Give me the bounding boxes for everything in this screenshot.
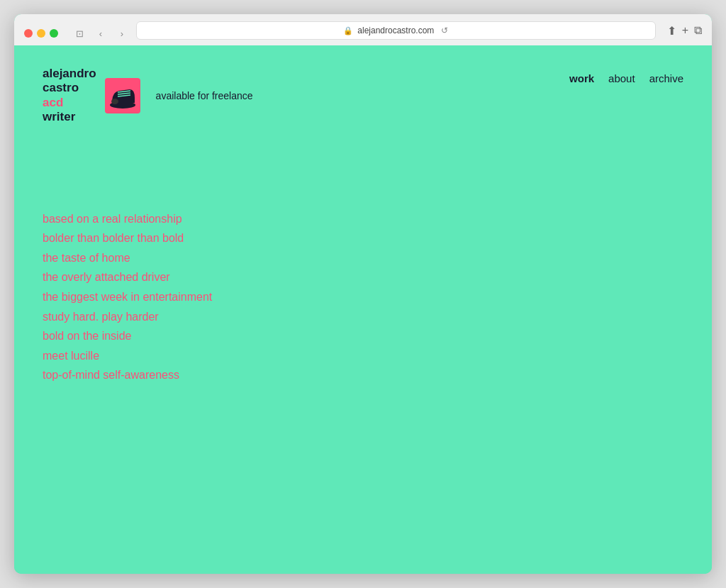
browser-controls: ⊡ ‹ › bbox=[71, 26, 130, 40]
tabs-button[interactable]: ⧉ bbox=[694, 24, 702, 38]
browser-window: ⊡ ‹ › 🔒 alejandrocastro.com ↺ ⬆ + ⧉ bbox=[14, 14, 712, 574]
site-header: alejandro castro acd writer bbox=[43, 67, 683, 125]
svg-point-2 bbox=[111, 99, 118, 104]
work-item-3[interactable]: the overly attached driver bbox=[43, 268, 683, 287]
work-item-2[interactable]: the taste of home bbox=[43, 249, 683, 267]
work-item-8[interactable]: top-of-mind self-awareness bbox=[43, 366, 683, 384]
logo-writer-line4: writer bbox=[43, 110, 96, 124]
logo-name-line2: castro bbox=[43, 81, 96, 95]
work-list: based on a real relationshipbolder than … bbox=[43, 210, 683, 384]
url-text: alejandrocastro.com bbox=[357, 26, 434, 35]
work-item-4[interactable]: the biggest week in entertainment bbox=[43, 288, 683, 306]
tab-view-button[interactable]: ⊡ bbox=[71, 26, 88, 40]
site-nav: work about archive bbox=[569, 72, 683, 84]
lock-icon: 🔒 bbox=[343, 26, 353, 35]
logo-name-line1: alejandro bbox=[43, 67, 96, 81]
logo-text-block: alejandro castro acd writer bbox=[43, 67, 96, 125]
logo-shoe-icon bbox=[105, 78, 140, 113]
address-bar[interactable]: 🔒 alejandrocastro.com ↺ bbox=[136, 21, 656, 40]
browser-actions: ⬆ + ⧉ bbox=[667, 24, 702, 38]
address-bar-row: 🔒 alejandrocastro.com ↺ ⬆ + ⧉ bbox=[136, 21, 702, 45]
work-item-1[interactable]: bolder than bolder than bold bbox=[43, 229, 683, 248]
reload-button[interactable]: ↺ bbox=[441, 26, 448, 35]
browser-titlebar: ⊡ ‹ › 🔒 alejandrocastro.com ↺ ⬆ + ⧉ bbox=[24, 21, 702, 45]
work-item-7[interactable]: meet lucille bbox=[43, 347, 683, 365]
logo-acd-line3: acd bbox=[43, 96, 96, 110]
nav-about[interactable]: about bbox=[608, 72, 635, 84]
browser-content: alejandro castro acd writer bbox=[14, 45, 712, 574]
new-tab-button[interactable]: + bbox=[682, 24, 688, 38]
forward-button[interactable]: › bbox=[113, 26, 130, 40]
traffic-lights bbox=[24, 29, 58, 38]
browser-chrome: ⊡ ‹ › 🔒 alejandrocastro.com ↺ ⬆ + ⧉ bbox=[14, 14, 712, 45]
minimize-button[interactable] bbox=[37, 29, 45, 38]
nav-work[interactable]: work bbox=[569, 72, 594, 84]
maximize-button[interactable] bbox=[50, 29, 58, 38]
back-button[interactable]: ‹ bbox=[92, 26, 109, 40]
work-item-6[interactable]: bold on the inside bbox=[43, 327, 683, 345]
logo-area: alejandro castro acd writer bbox=[43, 67, 253, 125]
nav-archive[interactable]: archive bbox=[649, 72, 683, 84]
work-item-5[interactable]: study hard. play harder bbox=[43, 308, 683, 326]
close-button[interactable] bbox=[24, 29, 33, 38]
share-button[interactable]: ⬆ bbox=[667, 24, 676, 38]
work-item-0[interactable]: based on a real relationship bbox=[43, 210, 683, 228]
tagline-text: available for freelance bbox=[156, 90, 253, 101]
